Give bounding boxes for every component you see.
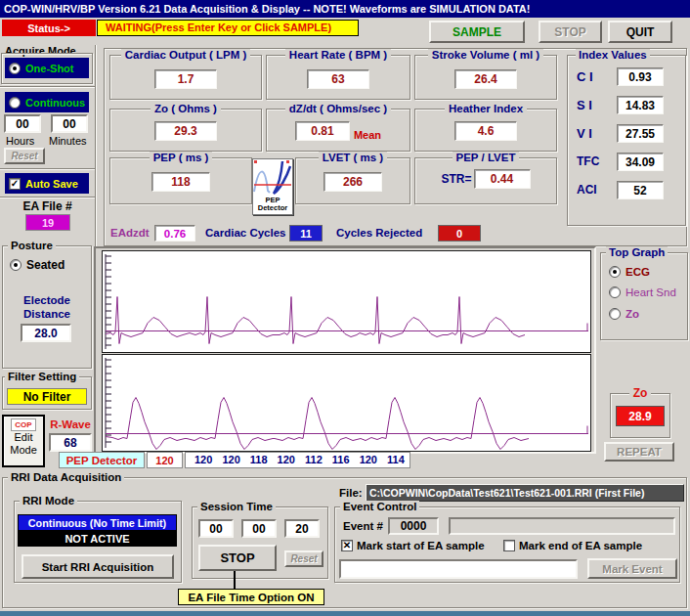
cardiac-output-value: 1.7 [154,69,217,89]
event-text-input[interactable] [339,559,578,579]
window-bottom-edge [0,611,690,616]
vi-label: V I [577,126,592,141]
heart-snd-radio[interactable] [609,286,621,298]
vi-value: 27.55 [617,124,664,143]
mark-start-label: Mark start of EA sample [357,540,485,551]
session-minutes-field[interactable]: 00 [241,519,277,538]
index-values-title: Index Values [579,49,647,61]
pep-value: 118 [151,172,210,192]
session-time-group: Session Time 00 00 20 STOP Reset [192,506,328,579]
str-label: STR= [441,172,471,186]
zo-radio[interactable] [609,308,621,320]
top-graph-group: Top Graph ECG Heart Snd Zo [600,252,688,340]
stop-connector-line [234,571,236,590]
aci-label: ACI [577,183,597,197]
title-bar: COP-WIN/HRV/BP Version 6.21 Data Acquisi… [0,0,690,18]
minutes-label: Minutes [49,135,87,147]
pep-history-strip: 120 120 118 120 112 116 120 114 [185,452,410,468]
event-description-field[interactable] [449,517,675,535]
heart-snd-label: Heart Snd [625,286,676,298]
stop-button[interactable]: STOP [539,21,602,43]
one-shot-radio[interactable] [9,63,21,74]
seated-label: Seated [26,258,65,272]
lvet-value: 266 [323,172,382,192]
divider [0,168,95,170]
posture-group: Posture Seated Electode Distance 28.0 [2,245,92,369]
ecg-option[interactable]: ECG [609,266,650,278]
dzdt-plot [102,354,591,452]
cop-edit-mode-button[interactable]: COP Edit Mode [2,415,45,467]
mark-start-option[interactable]: ✕ Mark start of EA sample [341,540,485,551]
session-stop-button[interactable]: STOP [198,545,277,571]
mark-start-checkbox[interactable]: ✕ [341,540,353,551]
ecg-plot [102,250,591,353]
mark-end-option[interactable]: Mark end of EA sample [503,540,642,551]
cycles-rejected-label: Cycles Rejected [336,227,422,239]
hours-field[interactable]: 00 [4,114,41,133]
quit-button[interactable]: QUIT [608,21,672,43]
mark-end-label: Mark end of EA sample [519,540,642,551]
rri-title: RRI Data Acquisition [11,471,121,483]
filter-title: Filter Setting [8,371,76,382]
cycles-rejected-value: 0 [438,225,481,242]
r-wave-label: R-Wave [47,418,94,430]
rri-mode-value: Continuous (No Time Limit) [18,514,177,531]
continuous-radio[interactable] [9,97,21,109]
heather-index-group: Heather Index 4.6 [414,109,557,152]
event-control-title: Event Control [343,501,416,512]
repeat-button[interactable]: REPEAT [604,442,674,462]
filter-group: Filter Setting No Filter [2,376,92,410]
pep-detector-row-label: PEP Detector [59,452,145,468]
auto-save-option[interactable]: ✓ Auto Save [5,173,89,194]
heart-snd-option[interactable]: Heart Snd [609,286,676,298]
cardiac-output-group: Cardiac Output ( LPM ) 1.7 [109,55,262,100]
electrode-distance-value[interactable]: 28.0 [21,324,71,342]
si-value: 14.83 [617,96,664,114]
event-number-label: Event # [343,520,383,532]
continuous-option[interactable]: Continuous [5,92,89,112]
ecg-radio[interactable] [609,266,621,278]
one-shot-option[interactable]: One-Shot [5,58,89,78]
tfc-label: TFC [577,154,599,168]
lvet-group: LVET ( ms ) 266 [295,157,410,204]
pep-current-value: 120 [147,452,183,468]
minutes-field[interactable]: 00 [51,114,88,133]
pep-lvet-group: PEP / LVET STR= 0.44 [414,157,557,204]
dzdt-mean-label: Mean [354,129,381,141]
status-message: WAITING(Press Enter Key or Click SAMPLE) [97,20,359,36]
str-value: 0.44 [474,169,531,189]
seated-radio[interactable] [10,259,22,271]
reset-timer-button[interactable]: Reset [4,148,45,164]
zo-group: Zo ( Ohms ) 29.3 [109,109,262,152]
session-hours-field[interactable]: 00 [198,519,234,538]
mark-event-button[interactable]: Mark Event [587,558,677,579]
eadzdt-value: 0.76 [154,225,195,242]
mark-end-checkbox[interactable] [503,540,515,551]
divider [0,86,95,88]
continuous-label: Continuous [25,97,85,109]
auto-save-checkbox[interactable]: ✓ [9,178,21,190]
session-seconds-field[interactable]: 20 [284,519,320,538]
top-graph-title: Top Graph [609,246,665,258]
status-label: Status-> [2,20,96,36]
event-control-group: Event Control Event # 0000 ✕ Mark start … [334,506,680,583]
sidebar-divider [95,45,97,246]
file-path-value: C:\COPWIN\CopData\Test621\Test621-001.RR… [366,484,684,502]
sample-button[interactable]: SAMPLE [429,21,525,43]
seated-option[interactable]: Seated [10,258,65,272]
ea-file-label: EA File # [0,199,95,213]
event-number-field[interactable]: 0000 [388,517,439,535]
r-wave-value: 68 [49,433,92,452]
stroke-volume-value: 26.4 [454,69,517,89]
auto-save-label: Auto Save [25,178,78,190]
hours-label: Hours [6,135,34,147]
session-reset-button[interactable]: Reset [284,550,323,567]
pep-detector-button[interactable]: PEP Detector [252,158,293,215]
rri-mode-title: RRI Mode [22,495,74,506]
eadzdt-label: EAdzdt [110,227,150,239]
start-rri-button[interactable]: Start RRI Acquisition [22,554,174,579]
app-window: COP-WIN/HRV/BP Version 6.21 Data Acquisi… [0,0,690,616]
divider [0,197,95,198]
zo-option[interactable]: Zo [609,308,639,320]
aci-value: 52 [617,181,664,199]
